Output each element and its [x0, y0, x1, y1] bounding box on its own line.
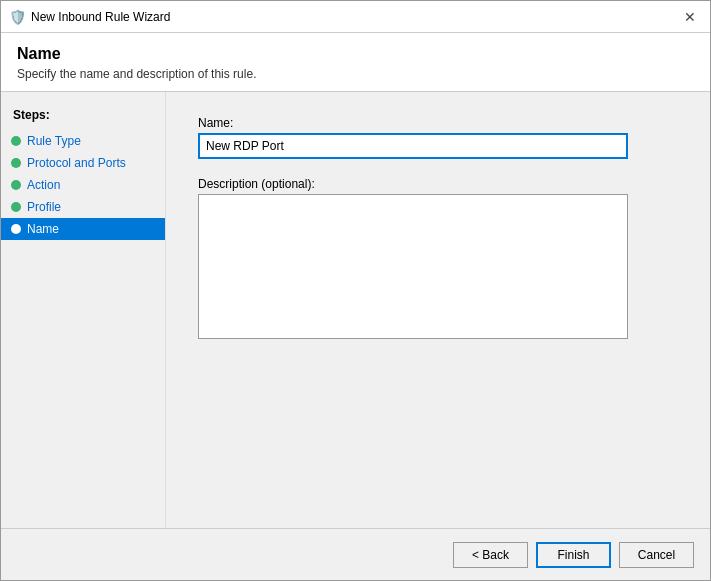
- dialog-window: 🛡️ New Inbound Rule Wizard ✕ Name Specif…: [0, 0, 711, 581]
- description-textarea[interactable]: [198, 194, 628, 339]
- dialog-footer: < Back Finish Cancel: [1, 528, 710, 580]
- finish-button[interactable]: Finish: [536, 542, 611, 568]
- step-label-protocol-ports: Protocol and Ports: [27, 156, 126, 170]
- desc-field-group: Description (optional):: [198, 169, 678, 342]
- name-field-label: Name:: [198, 116, 678, 130]
- step-dot-profile: [11, 202, 21, 212]
- close-button[interactable]: ✕: [678, 5, 702, 29]
- sidebar-item-profile[interactable]: Profile: [1, 196, 165, 218]
- steps-label: Steps:: [1, 104, 165, 130]
- step-dot-action: [11, 180, 21, 190]
- sidebar-item-rule-type[interactable]: Rule Type: [1, 130, 165, 152]
- step-label-action: Action: [27, 178, 60, 192]
- title-bar: 🛡️ New Inbound Rule Wizard ✕: [1, 1, 710, 33]
- step-label-rule-type: Rule Type: [27, 134, 81, 148]
- title-bar-left: 🛡️ New Inbound Rule Wizard: [9, 9, 170, 25]
- page-description: Specify the name and description of this…: [17, 67, 694, 81]
- sidebar-item-protocol-ports[interactable]: Protocol and Ports: [1, 152, 165, 174]
- step-dot-protocol-ports: [11, 158, 21, 168]
- page-heading: Name: [17, 45, 694, 63]
- dialog-body: Steps: Rule Type Protocol and Ports Acti…: [1, 92, 710, 528]
- step-dot-rule-type: [11, 136, 21, 146]
- step-label-name: Name: [27, 222, 59, 236]
- steps-sidebar: Steps: Rule Type Protocol and Ports Acti…: [1, 92, 166, 528]
- cancel-button[interactable]: Cancel: [619, 542, 694, 568]
- dialog-header: Name Specify the name and description of…: [1, 33, 710, 92]
- step-label-profile: Profile: [27, 200, 61, 214]
- title-text: New Inbound Rule Wizard: [31, 10, 170, 24]
- step-dot-name: [11, 224, 21, 234]
- sidebar-item-name[interactable]: Name: [1, 218, 165, 240]
- main-content: Name: Description (optional):: [166, 92, 710, 528]
- desc-field-label: Description (optional):: [198, 177, 678, 191]
- name-input[interactable]: [198, 133, 628, 159]
- sidebar-item-action[interactable]: Action: [1, 174, 165, 196]
- app-icon: 🛡️: [9, 9, 25, 25]
- name-field-group: Name:: [198, 116, 678, 159]
- back-button[interactable]: < Back: [453, 542, 528, 568]
